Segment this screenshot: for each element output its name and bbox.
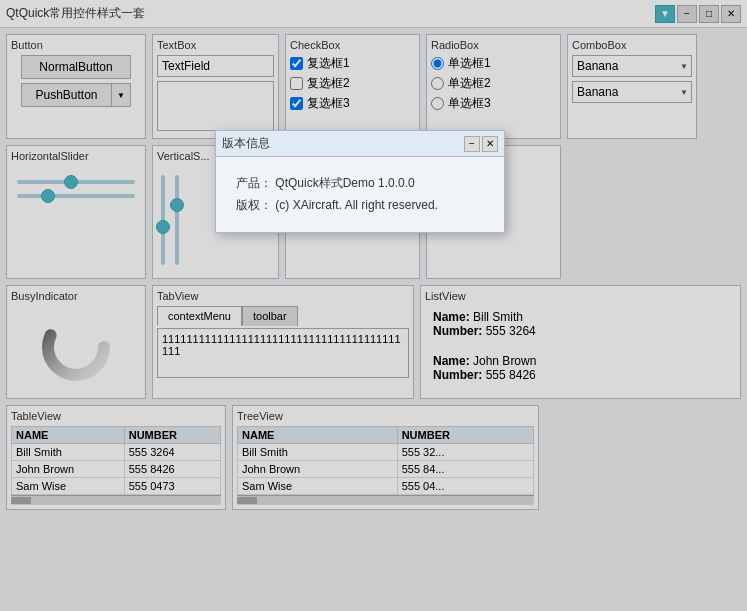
- tree-header-name: NAME: [238, 427, 398, 444]
- vslider-track-2[interactable]: [175, 175, 179, 265]
- vslider-thumb-1[interactable]: [156, 220, 170, 234]
- table-cell: John Brown: [12, 461, 125, 478]
- tab-content-text: 1111111111111111111111111111111111111111…: [162, 333, 404, 357]
- modal-titlebar: 版本信息 − ✕: [216, 131, 504, 157]
- radio-label-3: 单选框3: [448, 95, 491, 112]
- modal-product-row: 产品： QtQuick样式Demo 1.0.0.0: [236, 173, 484, 195]
- modal-body: 产品： QtQuick样式Demo 1.0.0.0 版权： (c) XAircr…: [216, 157, 504, 232]
- table-view: NAME NUMBER Bill Smith 555 3264 John Bro…: [11, 426, 221, 495]
- tree-cell: 555 84...: [397, 461, 533, 478]
- listview-title: ListView: [425, 290, 736, 302]
- listview-panel: ListView Name: Bill Smith Number: 555 32…: [420, 285, 741, 399]
- hslider-track-1[interactable]: [17, 180, 135, 184]
- listview-item1-name-label: Name:: [433, 310, 473, 324]
- treeview-title: TreeView: [237, 410, 534, 422]
- radio-2[interactable]: [431, 77, 444, 90]
- button-panel: Button NormalButton PushButton ▼: [6, 34, 146, 139]
- combobox-panel-title: ComboBox: [572, 39, 692, 51]
- window-title: QtQuick常用控件样式一套: [6, 5, 145, 22]
- combobox-1[interactable]: Banana Apple Cherry: [572, 55, 692, 77]
- checkbox-label-1: 复选框1: [307, 55, 350, 72]
- checkbox-panel-title: CheckBox: [290, 39, 415, 51]
- listview-item2-number-label: Number:: [433, 368, 486, 382]
- table-cell: 555 3264: [124, 444, 220, 461]
- radio-item-1: 单选框1: [431, 55, 556, 72]
- checkbox-item-2: 复选框2: [290, 75, 415, 92]
- radio-label-1: 单选框1: [448, 55, 491, 72]
- radio-label-2: 单选框2: [448, 75, 491, 92]
- tab-contextmenu[interactable]: contextMenu: [157, 306, 242, 326]
- checkbox-panel: CheckBox 复选框1 复选框2 复选框3: [285, 34, 420, 139]
- svg-point-0: [48, 319, 104, 375]
- listview-item2-name-label: Name:: [433, 354, 473, 368]
- radio-3[interactable]: [431, 97, 444, 110]
- vslider-track-1[interactable]: [161, 175, 165, 265]
- treeview-scroll[interactable]: NAME NUMBER Bill Smith 555 32... John Br…: [237, 426, 534, 495]
- push-button-arrow[interactable]: ▼: [112, 84, 130, 106]
- modal-buttons: − ✕: [464, 136, 498, 152]
- close-button[interactable]: ✕: [721, 5, 741, 23]
- modal-copyright-row: 版权： (c) XAircraft. All right reserved.: [236, 195, 484, 217]
- checkbox-label-2: 复选框2: [307, 75, 350, 92]
- tableview-scroll[interactable]: NAME NUMBER Bill Smith 555 3264 John Bro…: [11, 426, 221, 495]
- textbox-panel: TextBox: [152, 34, 279, 139]
- title-bar: QtQuick常用控件样式一套 ▼ − □ ✕: [0, 0, 747, 28]
- tabview-title: TabView: [157, 290, 409, 302]
- table-row: John Brown 555 8426: [12, 461, 221, 478]
- push-button-group: PushButton ▼: [21, 83, 131, 107]
- tree-header-row: NAME NUMBER: [238, 427, 534, 444]
- tableview-hscrollbar-thumb[interactable]: [11, 497, 31, 504]
- checkbox-item-1: 复选框1: [290, 55, 415, 72]
- normal-button[interactable]: NormalButton: [21, 55, 131, 79]
- tab-toolbar[interactable]: toolbar: [242, 306, 298, 326]
- hslider-track-2[interactable]: [17, 194, 135, 198]
- tree-header-number: NUMBER: [397, 427, 533, 444]
- hslider-thumb-2[interactable]: [41, 189, 55, 203]
- listview-item2-number-value: 555 8426: [486, 368, 536, 382]
- radio-item-3: 单选框3: [431, 95, 556, 112]
- modal-copyright-value: (c) XAircraft. All right reserved.: [275, 198, 438, 212]
- push-button[interactable]: PushButton: [22, 84, 112, 106]
- modal-product-value: QtQuick样式Demo 1.0.0.0: [275, 176, 414, 190]
- tree-row: Bill Smith 555 32...: [238, 444, 534, 461]
- busy-panel: BusyIndicator: [6, 285, 146, 399]
- list-item-2: Name: John Brown Number: 555 8426: [425, 350, 736, 386]
- modal-close-button[interactable]: ✕: [482, 136, 498, 152]
- table-row: Bill Smith 555 3264: [12, 444, 221, 461]
- listview-item1-number-value: 555 3264: [486, 324, 536, 338]
- tree-cell: John Brown: [238, 461, 398, 478]
- modal-dialog: 版本信息 − ✕ 产品： QtQuick样式Demo 1.0.0.0 版权： (…: [215, 130, 505, 233]
- tableview-hscrollbar[interactable]: [11, 495, 221, 505]
- treeview-hscrollbar[interactable]: [237, 495, 534, 505]
- checkbox-item-3: 复选框3: [290, 95, 415, 112]
- table-header-row: NAME NUMBER: [12, 427, 221, 444]
- text-field[interactable]: [157, 55, 274, 77]
- hslider-thumb-1[interactable]: [64, 175, 78, 189]
- tab-content: 1111111111111111111111111111111111111111…: [157, 328, 409, 378]
- listview-item1-name-value: Bill Smith: [473, 310, 523, 324]
- tree-cell: Bill Smith: [238, 444, 398, 461]
- text-area[interactable]: [157, 81, 274, 131]
- radio-1[interactable]: [431, 57, 444, 70]
- checkbox-2[interactable]: [290, 77, 303, 90]
- modal-minimize-button[interactable]: −: [464, 136, 480, 152]
- window-teal-btn[interactable]: ▼: [655, 5, 675, 23]
- tree-row: John Brown 555 84...: [238, 461, 534, 478]
- tab-bar: contextMenu toolbar: [157, 306, 409, 326]
- treeview-hscrollbar-thumb[interactable]: [237, 497, 257, 504]
- minimize-button[interactable]: −: [677, 5, 697, 23]
- combobox-1-wrapper: Banana Apple Cherry: [572, 55, 692, 77]
- checkbox-3[interactable]: [290, 97, 303, 110]
- button-panel-title: Button: [11, 39, 141, 51]
- table-header-name: NAME: [12, 427, 125, 444]
- combobox-2[interactable]: Banana Apple Cherry: [572, 81, 692, 103]
- combobox-2-wrapper: Banana Apple Cherry: [572, 81, 692, 103]
- radiobox-panel: RadioBox 单选框1 单选框2 单选框3: [426, 34, 561, 139]
- vslider-thumb-2[interactable]: [170, 198, 184, 212]
- modal-title: 版本信息: [222, 135, 270, 152]
- listview-item2-name-value: John Brown: [473, 354, 536, 368]
- busy-title: BusyIndicator: [11, 290, 141, 302]
- checkbox-1[interactable]: [290, 57, 303, 70]
- maximize-button[interactable]: □: [699, 5, 719, 23]
- table-cell: 555 0473: [124, 478, 220, 495]
